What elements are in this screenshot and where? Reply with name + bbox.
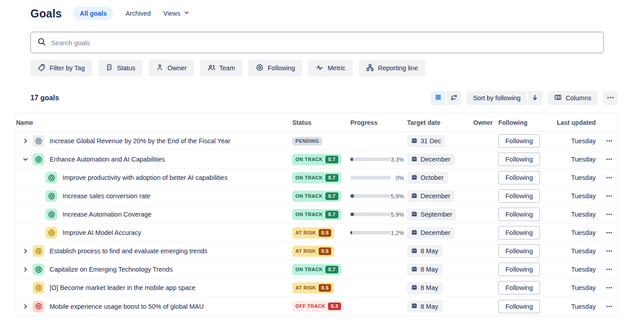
column-header-owner[interactable]: Owner [473,119,498,126]
following-button[interactable]: Following [498,171,540,184]
following-button[interactable]: Following [498,208,540,221]
goal-name-cell: Improve AI Model Accuracy [16,227,292,239]
goal-name-link[interactable]: [O] Become market leader in the mobile a… [50,284,195,291]
goal-target-icon [33,264,44,275]
goal-name-link[interactable]: Enhance Automation and AI Capabilities [50,156,165,163]
calendar-icon [411,266,417,273]
status-score: 0.3 [328,302,341,310]
list-view-toggle[interactable] [431,91,446,105]
column-header-name[interactable]: Name [16,119,292,126]
row-more-icon[interactable] [601,229,618,236]
progress-cell: 5,9% [350,193,407,200]
column-header-progress[interactable]: Progress [350,119,407,126]
filter-button-label: Team [219,64,235,72]
filter-button-filter-by-tag[interactable]: Filter by Tag [30,60,92,77]
filter-button-reporting-line[interactable]: Reporting line [359,60,425,77]
views-dropdown[interactable]: Views [163,10,189,17]
goal-name-link[interactable]: Increase Automation Coverage [63,211,152,218]
expand-chevron[interactable] [22,138,29,144]
filter-button-team[interactable]: Team [200,60,242,77]
row-more-icon[interactable] [601,266,618,273]
goal-row: Improve AI Model Accuracy AT RISK 0.5 1,… [16,224,618,242]
tab-archived[interactable]: Archived [123,7,153,20]
following-cell: Following [498,300,551,313]
filter-button-following[interactable]: Following [248,60,302,77]
goals-table: Name Status Progress Target date Owner F… [16,113,618,316]
row-more-icon[interactable] [601,211,618,218]
expand-chevron[interactable] [22,248,29,254]
following-button[interactable]: Following [498,244,540,258]
team-icon [207,64,215,73]
target-date-cell: December [407,190,473,202]
following-button[interactable]: Following [498,189,540,203]
column-header-status[interactable]: Status [292,119,350,126]
expand-chevron[interactable] [22,156,29,162]
goal-name-link[interactable]: Capitalize on Emerging Technology Trends [50,266,173,273]
tab-all-goals[interactable]: All goals [73,7,113,20]
last-updated-cell: Tuesday [551,229,601,236]
owner-cell [473,303,498,310]
calendar-icon [411,174,417,182]
goal-name-link[interactable]: Increase sales conversion rate [63,192,151,200]
sort-direction-button[interactable] [528,91,543,105]
following-button[interactable]: Following [498,153,540,166]
actions-cell [601,174,618,181]
following-button[interactable]: Following [498,134,540,148]
target-date-label: 8 May [421,266,438,273]
goal-name-link[interactable]: Improve AI Model Accuracy [63,229,141,236]
filter-button-owner[interactable]: Owner [149,60,194,77]
target-icon [256,64,264,73]
goal-name-link[interactable]: Mobile experience usage boost to 50% of … [50,303,204,310]
sort-by-button[interactable]: Sort by following [467,91,526,105]
columns-icon [554,94,562,102]
row-more-icon[interactable] [601,303,618,310]
tag-icon [38,64,46,73]
owner-cell [473,192,498,200]
column-header-target-date[interactable]: Target date [407,119,473,126]
filter-button-status[interactable]: Status [98,60,143,77]
row-more-icon[interactable] [601,174,618,181]
toolbar-controls: Sort by following Columns [431,91,618,105]
progress-percent: 5,9% [391,211,404,218]
target-date-label: 8 May [421,284,438,291]
last-updated-cell: Tuesday [551,303,601,310]
column-header-last-updated[interactable]: Last updated [551,119,601,126]
last-updated-cell: Tuesday [551,284,601,291]
last-updated-cell: Tuesday [551,137,601,145]
row-more-icon[interactable] [601,137,618,145]
more-options-button[interactable] [603,91,618,105]
row-more-icon[interactable] [601,247,618,255]
status-score: 0.7 [325,211,338,218]
progress-bar-fill [350,158,353,161]
actions-cell [601,229,618,236]
following-button[interactable]: Following [498,263,540,276]
calendar-icon [411,192,417,200]
search-input[interactable] [51,39,597,47]
columns-button[interactable]: Columns [548,91,598,105]
target-date-pill: 31 Dec [407,135,445,147]
following-button[interactable]: Following [498,281,540,294]
expand-chevron[interactable] [22,266,29,273]
following-button[interactable]: Following [498,300,540,313]
target-date-cell: 8 May [407,282,473,294]
goal-name-link[interactable]: Improve productivity with adoption of be… [63,174,227,181]
expand-chevron[interactable] [22,303,29,310]
tree-view-toggle[interactable] [446,91,461,105]
calendar-icon [411,137,417,145]
following-button[interactable]: Following [498,226,540,239]
owner-cell [473,174,498,181]
filter-button-metric[interactable]: Metric [308,60,352,77]
goal-name-link[interactable]: Establish process to find and evaluate e… [50,247,207,255]
row-more-icon[interactable] [601,156,618,163]
row-more-icon[interactable] [601,192,618,200]
column-header-following[interactable]: Following [498,119,551,126]
progress-bar [350,213,391,216]
progress-percent: 1,2% [391,230,404,236]
progress-bar [350,194,391,198]
goal-name-link[interactable]: Increase Global Revenue by 20% by the En… [50,137,231,145]
row-more-icon[interactable] [601,284,618,291]
status-badge: ON TRACK 0.7 [292,191,341,202]
status-score: 0.5 [319,247,332,255]
goals-page: Goals All goals Archived Views Filter by… [0,0,644,325]
status-cell: AT RISK 0.5 [292,282,350,294]
